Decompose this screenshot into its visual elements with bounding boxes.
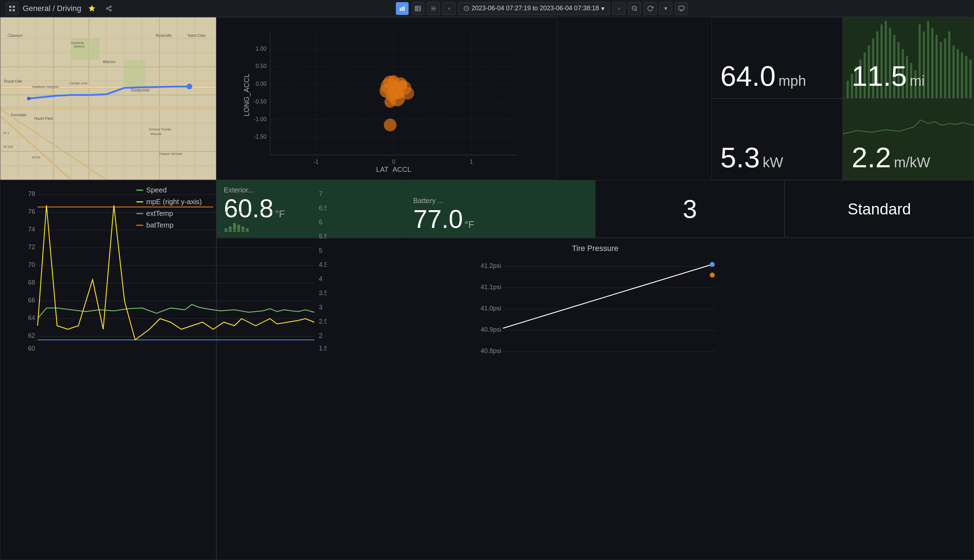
svg-text:Saint Clair: Saint Clair	[188, 33, 206, 38]
svg-text:LONG_ACCL: LONG_ACCL	[242, 74, 251, 117]
header-left: General / Driving ⭐	[6, 2, 115, 15]
svg-text:M 1: M 1	[3, 131, 9, 135]
legend-speed-color	[136, 190, 143, 191]
svg-point-189	[710, 262, 715, 267]
svg-text:4.5: 4.5	[319, 261, 327, 268]
svg-rect-133	[948, 32, 950, 98]
legend-mpe-color	[136, 201, 143, 202]
refresh-icon[interactable]	[644, 2, 657, 15]
svg-rect-131	[940, 42, 942, 98]
svg-rect-21	[678, 6, 684, 10]
svg-rect-136	[961, 52, 963, 98]
legend-mpe: mpE (right y-axis)	[136, 198, 202, 206]
svg-text:40.8psi: 40.8psi	[481, 347, 501, 355]
svg-point-188	[710, 273, 715, 278]
breadcrumb: General / Driving	[23, 4, 81, 13]
svg-point-108	[384, 119, 396, 132]
svg-text:M 53: M 53	[32, 155, 40, 159]
scatter-panel: 1.00 0.50 0.00 -0.50 -1.00 -1.50 -1 0 1 …	[216, 17, 557, 180]
bar-chart-icon[interactable]	[396, 2, 409, 15]
timeseries-panel: Speed mpE (right y-axis) extTemp batTemp…	[0, 180, 216, 560]
gear-value: 3	[683, 195, 697, 223]
svg-text:41.0psi: 41.0psi	[481, 305, 501, 312]
map-container: Clawson General Motors Roseville Saint C…	[0, 17, 216, 180]
grid-icon[interactable]	[6, 2, 18, 15]
svg-text:3.5: 3.5	[319, 290, 327, 297]
svg-text:Eastpointe: Eastpointe	[131, 88, 150, 92]
svg-rect-1	[13, 6, 15, 8]
svg-text:1.00: 1.00	[256, 46, 267, 52]
star-icon[interactable]: ⭐	[85, 2, 98, 15]
time-range-label: 2023-06-04 07:27:19 to 2023-06-04 07:38:…	[471, 5, 599, 12]
svg-text:0.50: 0.50	[256, 63, 267, 69]
svg-text:3: 3	[319, 304, 322, 311]
svg-text:64: 64	[28, 314, 35, 322]
svg-point-4	[110, 6, 111, 7]
svg-text:5: 5	[319, 247, 322, 254]
bottom-right-stats: Exterior... 60.8 °F Battery ... 77.0 °F	[216, 180, 974, 560]
svg-text:2.5: 2.5	[319, 318, 327, 325]
svg-text:M 102: M 102	[3, 145, 13, 148]
map-panel: Clawson General Motors Roseville Saint C…	[0, 17, 216, 180]
svg-text:0.00: 0.00	[256, 81, 267, 87]
svg-rect-9	[400, 8, 401, 11]
svg-line-19	[636, 10, 637, 11]
svg-text:4: 4	[319, 275, 322, 282]
svg-text:5.5: 5.5	[319, 233, 327, 240]
svg-rect-109	[847, 80, 849, 98]
svg-rect-47	[0, 107, 216, 109]
efficiency-unit: m/kW	[894, 155, 930, 170]
svg-rect-129	[931, 28, 934, 98]
time-range-button[interactable]: 2023-06-04 07:27:19 to 2023-06-04 07:38:…	[458, 2, 609, 15]
svg-rect-51	[124, 60, 145, 88]
legend-exttemp-color	[136, 213, 143, 214]
svg-text:Roseville: Roseville	[156, 33, 171, 38]
svg-text:LAT_ACCL: LAT_ACCL	[376, 165, 411, 173]
power-value: 5.3	[720, 142, 760, 174]
monitor-icon[interactable]	[675, 2, 688, 15]
battery-temp-title: Battery ...	[413, 197, 588, 205]
svg-text:-0.50: -0.50	[254, 98, 266, 105]
efficiency-value: 2.2	[852, 142, 891, 174]
svg-rect-135	[957, 49, 959, 98]
settings-icon[interactable]	[427, 2, 440, 15]
chevron-down-icon[interactable]: ▾	[659, 2, 672, 15]
svg-text:Hazel Park: Hazel Park	[34, 116, 53, 120]
legend-battemp: batTemp	[136, 221, 202, 229]
power-metric: 5.3 kW	[712, 98, 843, 180]
svg-text:Warren: Warren	[103, 60, 115, 64]
svg-rect-137	[965, 56, 967, 98]
svg-text:Madison Heights: Madison Heights	[32, 85, 58, 88]
svg-text:60: 60	[28, 345, 35, 352]
svg-text:Grosse Pointe: Grosse Pointe	[149, 127, 171, 131]
efficiency-metric: 2.2 m/kW	[843, 98, 974, 180]
table-icon[interactable]	[411, 2, 424, 15]
legend-speed: Speed	[136, 186, 202, 194]
svg-text:41.2psi: 41.2psi	[481, 262, 501, 269]
svg-text:72: 72	[28, 243, 35, 251]
svg-text:76: 76	[28, 208, 35, 215]
svg-text:6.5: 6.5	[319, 205, 327, 212]
map-svg: Clawson General Motors Roseville Saint C…	[0, 17, 216, 180]
svg-rect-134	[952, 45, 954, 98]
svg-text:Clawson: Clawson	[7, 33, 22, 38]
tire-pressure-title: Tire Pressure	[225, 244, 965, 253]
distance-unit: mi	[910, 73, 925, 89]
legend-battemp-color	[136, 225, 143, 226]
chevron-left-icon[interactable]: ‹	[443, 2, 455, 15]
chevron-down-icon: ▾	[601, 5, 605, 12]
metrics-grid: 64.0 mph	[712, 17, 974, 180]
chevron-right-icon[interactable]: ›	[613, 2, 625, 15]
svg-text:Royal Oak: Royal Oak	[4, 79, 22, 83]
battery-temp-value: 77.0	[413, 206, 463, 232]
svg-point-70	[187, 83, 192, 89]
header-center: ‹ 2023-06-04 07:27:19 to 2023-06-04 07:3…	[396, 2, 687, 15]
share-icon[interactable]	[102, 2, 115, 15]
svg-point-107	[384, 97, 396, 108]
svg-rect-2	[9, 9, 11, 11]
zoom-out-icon[interactable]	[628, 2, 641, 15]
svg-text:62: 62	[28, 332, 35, 339]
mode-value: Standard	[848, 200, 911, 218]
svg-point-71	[27, 97, 30, 100]
svg-text:40.9psi: 40.9psi	[481, 326, 501, 333]
